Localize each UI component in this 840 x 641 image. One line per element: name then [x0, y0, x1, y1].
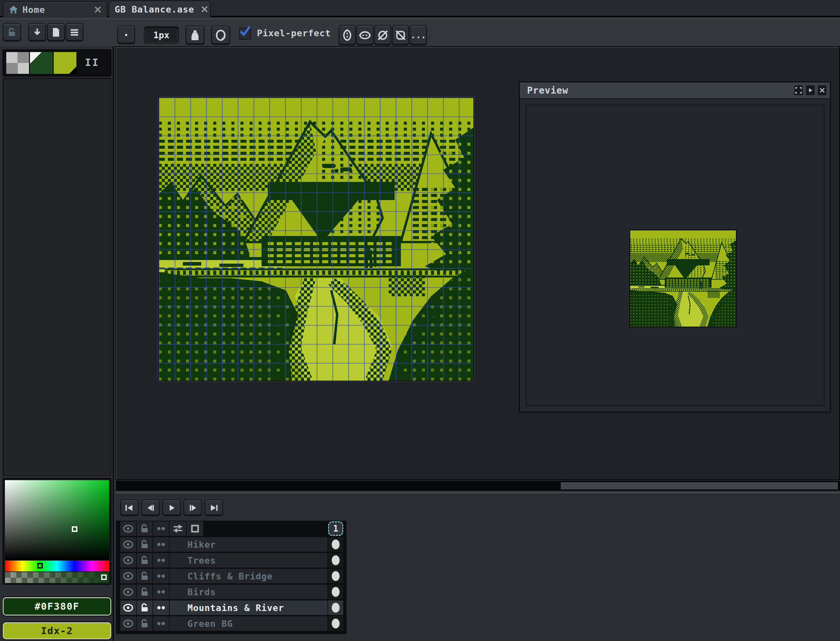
lock-icon[interactable] — [137, 601, 153, 615]
layer-row-green-bg[interactable]: Green BG — [116, 616, 347, 631]
frame-header-1[interactable]: 1 — [328, 521, 343, 536]
palette-panel[interactable] — [3, 78, 111, 476]
tab-bar: Home GB Balance.ase — [0, 0, 840, 17]
pixel-perfect-label: Pixel-perfect — [257, 28, 331, 38]
palette-swatch-transparent[interactable] — [6, 52, 29, 74]
first-frame-button[interactable] — [120, 499, 139, 516]
continuous-icon[interactable] — [153, 585, 169, 599]
timeline-settings-icon[interactable] — [170, 521, 186, 536]
preview-play-button[interactable] — [805, 85, 815, 96]
lock-icon[interactable] — [137, 585, 153, 599]
continuous-icon[interactable] — [153, 616, 169, 631]
lock-icon[interactable] — [137, 616, 153, 631]
visibility-column-header[interactable] — [120, 521, 136, 536]
layer-row-trees[interactable]: Trees — [116, 553, 347, 567]
ink-button[interactable] — [185, 26, 204, 45]
tab-home[interactable]: Home — [3, 1, 108, 17]
lock-tool-button[interactable] — [3, 23, 21, 42]
next-frame-button[interactable] — [183, 499, 202, 516]
cel[interactable] — [328, 585, 343, 599]
sv-selector[interactable] — [72, 526, 77, 532]
preview-title: Preview — [527, 85, 568, 96]
layer-name[interactable]: Mountains & River — [170, 601, 328, 615]
eye-icon[interactable] — [120, 537, 136, 552]
timeline-panel: 1 Hiker Trees Cliffs & Bridge — [115, 492, 840, 641]
hue-slider[interactable] — [5, 560, 109, 572]
preview-titlebar[interactable]: Preview — [520, 82, 830, 99]
palette-handle[interactable]: II — [85, 57, 100, 68]
lock-icon[interactable] — [137, 537, 153, 552]
continuous-icon[interactable] — [153, 537, 169, 552]
close-icon[interactable] — [93, 5, 102, 14]
brush-size-input[interactable]: 1px — [144, 26, 179, 43]
preview-close-button[interactable] — [817, 85, 827, 96]
continuous-icon[interactable] — [153, 569, 169, 583]
check-icon — [239, 25, 251, 36]
eye-icon[interactable] — [120, 616, 136, 631]
eye-icon[interactable] — [120, 553, 136, 567]
hue-selector[interactable] — [37, 563, 43, 569]
thumbnails-toggle-icon[interactable] — [187, 521, 203, 536]
dynamics-button[interactable] — [211, 26, 230, 45]
new-file-button[interactable] — [47, 23, 65, 42]
preview-center-button[interactable] — [793, 85, 803, 96]
layer-name[interactable]: Birds — [170, 585, 328, 599]
layer-name[interactable]: Cliffs & Bridge — [170, 569, 328, 583]
palette-swatch-light-green[interactable] — [54, 52, 76, 74]
brush-tip-button[interactable] — [117, 26, 135, 44]
palette-index-button[interactable]: Idx-2 — [3, 622, 111, 639]
eye-icon[interactable] — [120, 569, 136, 583]
tab-gb-balance[interactable]: GB Balance.ase — [109, 1, 211, 17]
layer-row-birds[interactable]: Birds — [116, 585, 347, 599]
saturation-value-area[interactable] — [5, 480, 109, 560]
layer-name[interactable]: Trees — [170, 553, 328, 567]
eye-icon[interactable] — [120, 585, 136, 599]
vertical-symmetry-button[interactable] — [339, 25, 356, 45]
palette-swatch-dark-green[interactable] — [30, 52, 53, 74]
last-frame-button[interactable] — [204, 499, 223, 516]
cel[interactable] — [328, 537, 343, 552]
preview-viewport[interactable] — [526, 105, 824, 406]
pixel-perfect-checkbox[interactable] — [239, 28, 251, 40]
lock-column-header[interactable] — [137, 521, 153, 536]
diagonal-symmetry-button[interactable] — [374, 25, 391, 45]
cel[interactable] — [328, 553, 343, 567]
symmetry-more-button[interactable]: ... — [410, 25, 427, 45]
horizontal-symmetry-button[interactable] — [357, 25, 374, 45]
palette-strip: II — [3, 50, 111, 76]
layer-row-cliffs-bridge[interactable]: Cliffs & Bridge — [116, 569, 347, 583]
canvas-workspace: Preview — [115, 46, 840, 480]
alpha-slider[interactable] — [5, 572, 109, 583]
menu-button[interactable] — [66, 23, 84, 42]
layer-row-mountains-river[interactable]: Mountains & River — [116, 601, 347, 615]
sprite-canvas[interactable] — [158, 97, 474, 381]
close-icon[interactable] — [200, 5, 209, 13]
tab-home-label: Home — [22, 5, 88, 15]
cel-dot — [332, 587, 340, 597]
cel-dot — [332, 603, 340, 613]
antidiagonal-symmetry-button[interactable] — [392, 25, 409, 45]
timeline-header-row: 1 — [116, 521, 347, 536]
hex-color-button[interactable]: #0F380F — [3, 597, 111, 615]
lock-icon[interactable] — [137, 553, 153, 567]
continuous-column-header[interactable] — [153, 521, 169, 536]
horizontal-scrollbar[interactable] — [116, 481, 840, 491]
download-button[interactable] — [28, 23, 46, 42]
continuous-icon[interactable] — [153, 553, 169, 567]
cel[interactable] — [328, 616, 343, 631]
cel[interactable] — [328, 569, 343, 583]
layer-name[interactable]: Green BG — [170, 616, 328, 631]
play-button[interactable] — [162, 499, 181, 516]
alpha-selector[interactable] — [101, 575, 107, 580]
lock-icon[interactable] — [137, 569, 153, 583]
layer-row-hiker[interactable]: Hiker — [116, 537, 347, 552]
left-sidebar: II #0F380F Idx-2 — [0, 46, 114, 641]
layer-name[interactable]: Hiker — [170, 537, 328, 552]
pixel-artwork — [159, 98, 473, 381]
cel[interactable] — [328, 601, 343, 615]
horizontal-scrollbar-thumb[interactable] — [560, 482, 839, 490]
continuous-icon[interactable] — [153, 601, 169, 615]
cel-dot — [332, 555, 340, 565]
eye-icon[interactable] — [120, 601, 136, 615]
previous-frame-button[interactable] — [141, 499, 160, 516]
